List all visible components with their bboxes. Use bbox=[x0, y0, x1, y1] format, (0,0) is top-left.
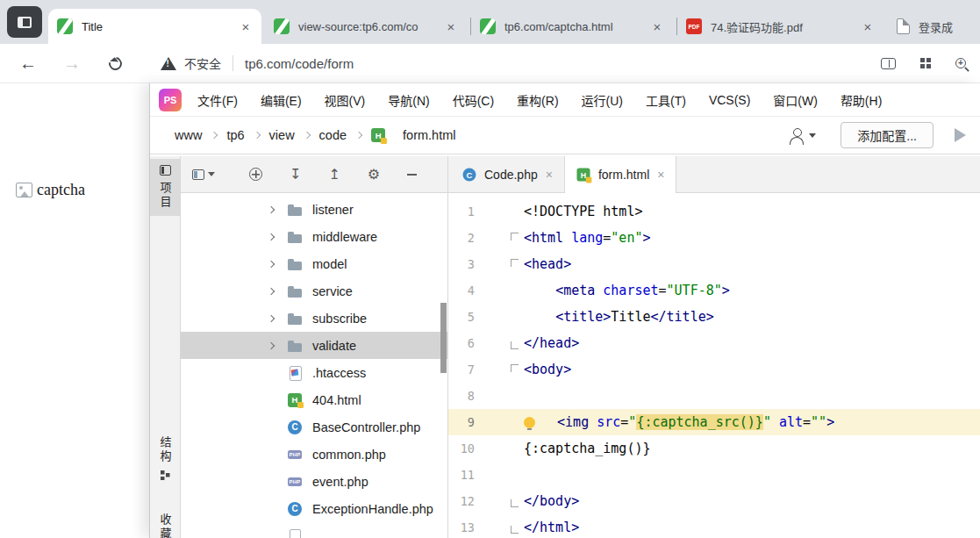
browser-tab-1[interactable]: Title × bbox=[48, 9, 261, 44]
gutter-spacer bbox=[475, 277, 524, 304]
menu-run[interactable]: 运行(U) bbox=[582, 91, 623, 109]
menu-help[interactable]: 帮助(H) bbox=[841, 91, 882, 109]
tree-item[interactable]: model bbox=[181, 250, 447, 277]
menu-file[interactable]: 文件(F) bbox=[197, 91, 238, 109]
tab-close-icon[interactable]: × bbox=[861, 19, 875, 34]
url-text[interactable]: tp6.com/code/form bbox=[245, 56, 354, 71]
tree-item[interactable]: PHP event.php bbox=[181, 468, 447, 495]
back-button[interactable]: ← bbox=[19, 54, 37, 74]
view-selector[interactable] bbox=[192, 169, 215, 180]
menu-vcs[interactable]: VCS(S) bbox=[709, 93, 750, 107]
forward-button[interactable]: → bbox=[63, 54, 81, 74]
code-line[interactable]: 8 bbox=[448, 383, 980, 409]
chevron-down-icon[interactable] bbox=[809, 133, 816, 138]
code-line[interactable]: 2<html lang="en"> bbox=[448, 225, 980, 251]
not-secure-warning-icon[interactable] bbox=[161, 57, 176, 70]
tree-item[interactable]: C ExceptionHandle.php bbox=[181, 495, 447, 522]
tree-scrollbar[interactable] bbox=[440, 303, 447, 373]
settings-gear-icon[interactable]: ⚙ bbox=[368, 168, 380, 182]
menu-edit[interactable]: 编辑(E) bbox=[261, 91, 302, 109]
tree-item[interactable]: H 404.html bbox=[181, 386, 447, 413]
menu-window[interactable]: 窗口(W) bbox=[773, 91, 818, 109]
tree-item[interactable]: middleware bbox=[181, 223, 447, 250]
fold-start-icon[interactable] bbox=[475, 251, 524, 277]
code-editor[interactable]: 1<!DOCTYPE html>2<html lang="en">3<head>… bbox=[448, 193, 980, 538]
menu-refactor[interactable]: 重构(R) bbox=[517, 91, 558, 109]
tab-close-icon[interactable]: × bbox=[546, 168, 553, 182]
chevron-right-icon[interactable] bbox=[264, 338, 279, 353]
code-token: </html> bbox=[524, 520, 579, 535]
tool-window-project[interactable]: 项目 bbox=[150, 159, 180, 216]
line-number: 8 bbox=[448, 389, 475, 403]
menu-navigate[interactable]: 导航(N) bbox=[388, 91, 429, 109]
code-line[interactable]: 12</body> bbox=[448, 488, 980, 514]
workspace-button[interactable] bbox=[7, 6, 42, 38]
chevron-right-icon[interactable] bbox=[264, 311, 279, 326]
code-token: <head> bbox=[524, 256, 571, 272]
browser-tab-4[interactable]: PDF 74.验证码功能.pdf × bbox=[677, 9, 883, 44]
code-line[interactable]: 11 bbox=[448, 462, 980, 488]
tree-item[interactable]: service bbox=[181, 277, 447, 305]
tree-item[interactable]: .htaccess bbox=[181, 359, 447, 386]
chevron-right-icon[interactable] bbox=[264, 283, 279, 298]
browser-tab-2[interactable]: view-source:tp6.com/co × bbox=[265, 9, 467, 44]
code-line[interactable]: 13</html> bbox=[448, 514, 980, 538]
tab-close-icon[interactable]: × bbox=[444, 19, 458, 34]
code-line[interactable]: 4 <meta charset="UTF-8"> bbox=[448, 277, 980, 304]
tree-item[interactable]: listener bbox=[181, 196, 447, 223]
run-play-icon[interactable] bbox=[955, 128, 966, 142]
locate-file-icon[interactable] bbox=[249, 168, 262, 181]
code-token: > bbox=[642, 230, 650, 246]
collapse-all-icon[interactable]: ↥ bbox=[328, 168, 340, 182]
menu-tools[interactable]: 工具(T) bbox=[646, 91, 686, 109]
apps-grid-icon[interactable] bbox=[920, 58, 931, 68]
fold-start-icon[interactable] bbox=[475, 225, 524, 251]
tool-window-favorites[interactable]: 收藏夹 bbox=[150, 507, 180, 538]
user-account-icon[interactable] bbox=[789, 127, 805, 143]
tool-window-structure[interactable]: 结构 bbox=[150, 430, 180, 486]
breadcrumb-code[interactable]: code bbox=[319, 128, 347, 142]
editor-tab-form-html[interactable]: H form.html × bbox=[564, 156, 677, 193]
tree-item-label: ExceptionHandle.php bbox=[312, 502, 433, 516]
add-configuration-button[interactable]: 添加配置... bbox=[841, 122, 934, 148]
fold-start-icon[interactable] bbox=[475, 356, 524, 383]
zoom-in-icon[interactable] bbox=[955, 58, 966, 68]
refresh-button[interactable] bbox=[106, 54, 125, 73]
chevron-right-icon[interactable] bbox=[264, 229, 279, 244]
breadcrumb-file[interactable]: H form.html bbox=[371, 128, 455, 142]
editor-tab-code-php[interactable]: C Code.php × bbox=[451, 156, 564, 192]
fold-end-icon[interactable] bbox=[475, 514, 524, 538]
code-line[interactable]: 10{:captcha_img()} bbox=[448, 435, 980, 462]
menu-view[interactable]: 视图(V) bbox=[325, 91, 366, 109]
tab-close-icon[interactable]: × bbox=[657, 168, 664, 182]
split-screen-icon[interactable] bbox=[881, 58, 896, 69]
code-line[interactable]: 6</head> bbox=[448, 330, 980, 356]
breadcrumb-tp6[interactable]: tp6 bbox=[226, 128, 244, 142]
hide-panel-icon[interactable] bbox=[407, 174, 417, 176]
chevron-right-icon[interactable] bbox=[264, 202, 279, 217]
fold-end-icon[interactable] bbox=[475, 488, 524, 514]
code-line[interactable]: 3<head> bbox=[448, 251, 980, 277]
tab-close-icon[interactable]: × bbox=[650, 19, 664, 34]
code-line[interactable]: 1<!DOCTYPE html> bbox=[448, 198, 980, 225]
tab-close-icon[interactable]: × bbox=[239, 19, 253, 34]
address-bar[interactable]: 不安全 tp6.com/code/form bbox=[161, 54, 354, 72]
browser-tab-5[interactable]: 登录成 bbox=[888, 9, 980, 44]
code-line[interactable]: 5 <title>Title</title> bbox=[448, 304, 980, 330]
intention-bulb-icon[interactable] bbox=[524, 417, 535, 428]
tree-item-partial[interactable] bbox=[181, 522, 447, 538]
menu-code[interactable]: 代码(C) bbox=[453, 91, 494, 109]
code-token: {:captcha_src()} bbox=[636, 414, 763, 430]
tree-item[interactable]: subscribe bbox=[181, 305, 447, 332]
breadcrumb-view[interactable]: view bbox=[269, 128, 295, 142]
code-line[interactable]: 9 <img src="{:captcha_src()}" alt=""> bbox=[448, 409, 980, 435]
tree-item-selected[interactable]: validate bbox=[181, 332, 447, 359]
fold-end-icon[interactable] bbox=[475, 330, 524, 356]
code-line[interactable]: 7<body> bbox=[448, 356, 980, 383]
tree-item[interactable]: PHP common.php bbox=[181, 441, 447, 468]
breadcrumb-www[interactable]: www bbox=[175, 128, 202, 142]
chevron-right-icon[interactable] bbox=[264, 256, 279, 271]
expand-all-icon[interactable]: ↧ bbox=[290, 168, 301, 182]
browser-tab-3[interactable]: tp6.com/captcha.html × bbox=[471, 9, 673, 44]
tree-item[interactable]: C BaseController.php bbox=[181, 413, 447, 441]
